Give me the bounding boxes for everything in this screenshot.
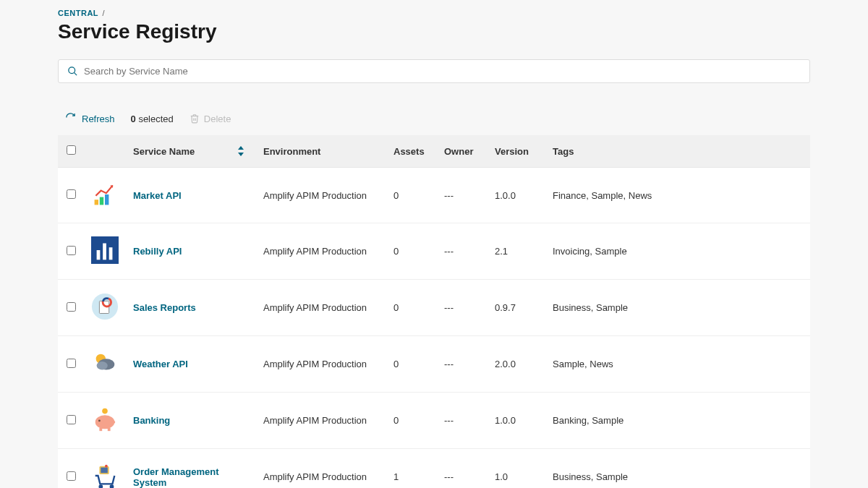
service-link[interactable]: Weather API [133,359,188,369]
row-tags: Invoicing, Sample [545,223,810,280]
row-service-name[interactable]: Market API [126,168,256,223]
sort-icon[interactable] [237,146,244,156]
row-checkbox[interactable] [67,189,76,199]
table-header-row: Service Name Environment Assets Owner Ve… [58,135,810,168]
refresh-button[interactable]: Refresh [65,112,115,125]
breadcrumb-separator: / [102,9,105,17]
service-icon [91,293,119,320]
table-row: Weather APIAmplify APIM Production0---2.… [58,336,810,393]
row-checkbox-cell[interactable] [58,393,84,449]
row-assets: 0 [386,168,437,223]
row-checkbox-cell[interactable] [58,168,84,223]
row-service-name[interactable]: Order Management System [126,449,256,489]
row-environment: Amplify APIM Production [256,449,386,489]
svg-marker-2 [238,146,244,150]
row-checkbox[interactable] [67,471,76,481]
row-tags: Sample, News [545,336,810,393]
row-version: 2.0.0 [488,336,545,393]
row-assets: 0 [386,223,437,280]
svg-line-1 [74,72,77,75]
svg-point-0 [69,67,75,74]
service-icon [91,181,119,208]
header-service-name[interactable]: Service Name [126,135,256,168]
services-table: Service Name Environment Assets Owner Ve… [58,135,810,488]
header-icon [84,135,126,168]
row-owner: --- [437,449,488,489]
svg-point-18 [97,361,108,369]
table-row: Sales ReportsAmplify APIM Production0---… [58,280,810,336]
select-all-checkbox[interactable] [67,145,76,155]
svg-point-27 [98,484,103,488]
selected-count: 0 selected [131,114,174,124]
svg-rect-10 [103,244,106,260]
row-checkbox-cell[interactable] [58,336,84,393]
svg-point-29 [105,465,108,468]
row-checkbox[interactable] [67,246,76,255]
service-link[interactable]: Rebilly API [133,246,182,257]
row-assets: 0 [386,336,437,393]
table-row: Market APIAmplify APIM Production0---1.0… [58,168,810,223]
row-owner: --- [437,223,488,280]
svg-marker-3 [238,153,244,156]
svg-point-21 [98,419,101,421]
service-icon [91,349,119,377]
breadcrumb-parent[interactable]: CENTRAL [58,9,98,17]
row-environment: Amplify APIM Production [256,223,386,280]
service-link[interactable]: Market API [133,190,182,201]
row-environment: Amplify APIM Production [256,168,386,223]
svg-rect-24 [108,427,111,431]
row-service-name[interactable]: Rebilly API [126,223,256,280]
search-icon [67,66,78,77]
row-checkbox[interactable] [67,302,76,312]
service-icon [91,406,119,433]
header-assets[interactable]: Assets [386,135,437,168]
row-environment: Amplify APIM Production [256,393,386,449]
svg-rect-5 [100,197,103,205]
row-icon-cell [84,280,126,336]
row-owner: --- [437,168,488,223]
row-owner: --- [437,280,488,336]
header-owner[interactable]: Owner [437,135,488,168]
row-checkbox-cell[interactable] [58,223,84,280]
header-version[interactable]: Version [488,135,545,168]
header-environment[interactable]: Environment [256,135,386,168]
row-icon-cell [84,336,126,393]
row-environment: Amplify APIM Production [256,280,386,336]
row-tags: Banking, Sample [545,393,810,449]
row-version: 0.9.7 [488,280,545,336]
header-select-all[interactable] [58,135,84,168]
service-link[interactable]: Order Management System [133,466,218,488]
delete-button: Delete [190,114,231,124]
row-service-name[interactable]: Weather API [126,336,256,393]
toolbar: Refresh 0 selected Delete [58,112,810,135]
breadcrumb[interactable]: CENTRAL / [58,9,810,17]
svg-point-28 [110,484,114,488]
svg-rect-4 [95,200,98,205]
svg-rect-6 [105,194,109,205]
search-box[interactable] [58,59,810,83]
service-icon [91,236,119,264]
row-owner: --- [437,336,488,393]
row-assets: 1 [386,449,437,489]
row-service-name[interactable]: Sales Reports [126,280,256,336]
row-icon-cell [84,393,126,449]
table-row: BankingAmplify APIM Production0---1.0.0B… [58,393,810,449]
page-title: Service Registry [58,20,810,43]
table-row: Rebilly APIAmplify APIM Production0---2.… [58,223,810,280]
row-service-name[interactable]: Banking [126,393,256,449]
row-tags: Business, Sample [545,280,810,336]
row-checkbox-cell[interactable] [58,449,84,489]
row-checkbox-cell[interactable] [58,280,84,336]
row-checkbox[interactable] [67,359,76,368]
row-icon-cell [84,449,126,489]
svg-rect-11 [109,247,113,260]
row-assets: 0 [386,280,437,336]
row-icon-cell [84,223,126,280]
header-tags[interactable]: Tags [545,135,810,168]
refresh-icon [65,112,76,125]
service-link[interactable]: Sales Reports [133,302,196,313]
service-link[interactable]: Banking [133,415,170,426]
svg-point-20 [95,415,115,429]
row-checkbox[interactable] [67,415,76,424]
search-input[interactable] [84,66,801,77]
